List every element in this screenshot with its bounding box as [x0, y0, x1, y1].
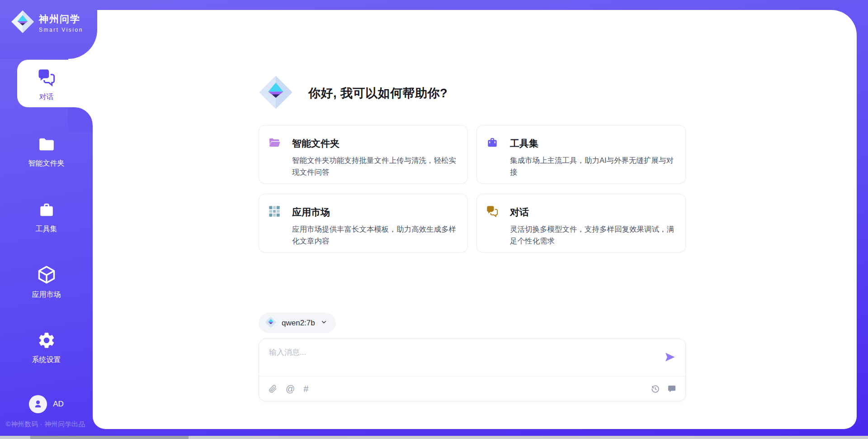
avatar [29, 395, 47, 413]
paperclip-icon [268, 384, 277, 393]
composer: 输入消息... @ # [259, 339, 686, 401]
sidebar-item-toolset[interactable]: 工具集 [0, 201, 93, 234]
send-button[interactable] [664, 351, 676, 363]
card-title: 应用市场 [292, 206, 330, 219]
send-icon [664, 351, 676, 363]
sidebar-item-chat[interactable]: 对话 [0, 68, 93, 102]
brand: 神州问学 Smart Vision [11, 10, 83, 35]
folder-icon [38, 147, 56, 155]
folder-open-icon [268, 136, 281, 151]
chat-square-icon [667, 384, 676, 393]
chevron-down-icon [320, 318, 328, 328]
card-title: 工具集 [510, 137, 538, 150]
toolbox-icon [486, 136, 499, 151]
person-icon [33, 399, 43, 410]
chat-icon [37, 81, 56, 88]
card-description: 应用市场提供丰富长文本模板，助力高效生成多样化文章内容 [292, 224, 458, 247]
sidebar-item-label: 对话 [0, 92, 93, 102]
sidebar-item-settings[interactable]: 系统设置 [0, 331, 93, 365]
model-name: qwen2:7b [282, 319, 315, 328]
greeting-logo-icon [259, 75, 293, 111]
chat-icon [486, 205, 499, 220]
brand-subtitle: Smart Vision [39, 27, 83, 33]
card-description: 智能文件夹功能支持批量文件上传与清洗，轻松实现文件问答 [292, 155, 458, 178]
topic-button[interactable]: # [303, 384, 308, 393]
feature-cards: 智能文件夹 智能文件夹功能支持批量文件上传与清洗，轻松实现文件问答 工具集 集成… [259, 125, 686, 253]
card-title: 对话 [510, 206, 529, 219]
feature-card-smart-folder[interactable]: 智能文件夹 智能文件夹功能支持批量文件上传与清洗，轻松实现文件问答 [259, 125, 468, 184]
gear-icon [37, 344, 56, 351]
sidebar-item-app-market[interactable]: 应用市场 [0, 265, 93, 300]
greeting-title: 你好, 我可以如何帮助你? [308, 85, 448, 101]
avatar-initials: AD [53, 400, 64, 409]
cube-icon [37, 278, 57, 286]
greeting: 你好, 我可以如何帮助你? [259, 75, 448, 111]
sidebar-item-label: 系统设置 [0, 355, 93, 365]
app-window: 神州问学 Smart Vision 对话 智能文件夹 [0, 0, 868, 439]
card-title: 智能文件夹 [292, 137, 340, 150]
brand-logo-icon [11, 10, 34, 35]
feedback-button[interactable] [667, 384, 676, 393]
model-logo-icon [265, 316, 277, 330]
user-account[interactable]: AD [0, 395, 93, 413]
sidebar-footer-text: ©神州数码 · 神州问学出品 [6, 420, 85, 429]
feature-card-app-market[interactable]: 应用市场 应用市场提供丰富长文本模板，助力高效生成多样化文章内容 [259, 194, 468, 253]
scrollbar-thumb[interactable] [30, 436, 189, 439]
history-icon [651, 384, 660, 394]
sidebar-item-label: 应用市场 [0, 290, 93, 300]
sidebar-item-smart-folder[interactable]: 智能文件夹 [0, 135, 93, 168]
sidebar-item-label: 智能文件夹 [0, 159, 93, 168]
horizontal-scrollbar[interactable] [0, 436, 868, 439]
card-description: 集成市场上主流工具，助力AI与外界无缝扩展与对接 [510, 155, 675, 178]
logo-tab: 神州问学 Smart Vision [0, 0, 97, 59]
card-description: 灵活切换多模型文件，支持多样回复效果调试，满足个性化需求 [510, 224, 675, 247]
feature-card-toolset[interactable]: 工具集 集成市场上主流工具，助力AI与外界无缝扩展与对接 [476, 125, 686, 184]
message-input[interactable]: 输入消息... [269, 347, 658, 374]
attach-button[interactable] [268, 384, 277, 393]
history-button[interactable] [651, 384, 660, 394]
grid-icon [268, 205, 281, 220]
model-selector[interactable]: qwen2:7b [259, 313, 336, 333]
feature-card-chat[interactable]: 对话 灵活切换多模型文件，支持多样回复效果调试，满足个性化需求 [476, 194, 686, 253]
sidebar-item-label: 工具集 [0, 224, 93, 234]
mention-button[interactable]: @ [286, 384, 295, 393]
toolbox-icon [38, 213, 56, 220]
brand-name: 神州问学 [39, 13, 83, 25]
